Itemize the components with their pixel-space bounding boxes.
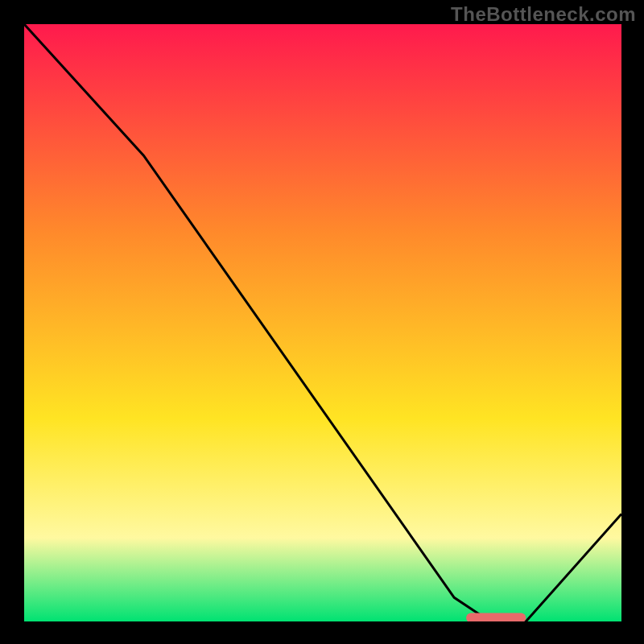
chart-svg (24, 24, 621, 621)
chart-frame: TheBottleneck.com (0, 0, 644, 644)
watermark-text: TheBottleneck.com (451, 3, 636, 26)
chart-plot-area (24, 24, 621, 621)
gradient-background (24, 24, 621, 621)
optimal-marker (466, 613, 526, 622)
